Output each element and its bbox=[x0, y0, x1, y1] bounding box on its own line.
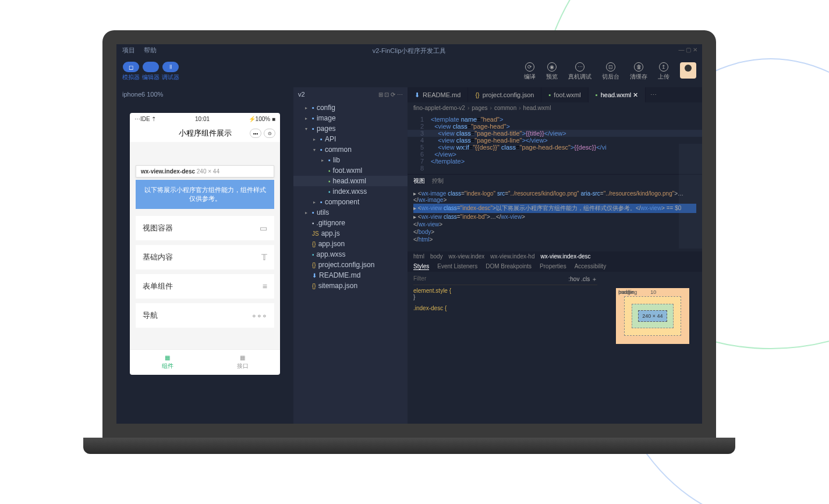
filter-input[interactable]: Filter bbox=[413, 275, 426, 283]
tree-item[interactable]: ▪index.wxss bbox=[293, 186, 408, 197]
tree-item[interactable]: ▸▪component bbox=[293, 197, 408, 207]
breadcrumb[interactable]: fino-applet-demo-v2›pages›common›head.wx… bbox=[408, 102, 702, 113]
dom-crumb[interactable]: body bbox=[430, 253, 443, 260]
dom-node[interactable]: ▸ <wx-image class="index-logo" src="../r… bbox=[413, 190, 696, 204]
toolbar-mode-button[interactable]: 编辑器 bbox=[142, 62, 160, 81]
dom-crumb[interactable]: wx-view.index bbox=[449, 253, 485, 260]
devtools-tab[interactable]: 控制 bbox=[432, 177, 444, 185]
toolbar: ◻模拟器编辑器⫴调试器 ⟳编译◉预览⋯真机调试⊡切后台🗑清缓存↥上传 bbox=[116, 56, 702, 87]
dom-crumb[interactable]: html bbox=[413, 253, 424, 260]
toolbar-mode-button[interactable]: ◻模拟器 bbox=[122, 62, 140, 81]
component-list-item[interactable]: 视图容器▭ bbox=[136, 216, 274, 240]
status-time: 10:01 bbox=[195, 116, 210, 122]
tree-item[interactable]: ▸▪config bbox=[293, 102, 408, 113]
dom-node[interactable]: </html> bbox=[413, 236, 696, 243]
page-title: 小程序组件展示 bbox=[179, 128, 232, 139]
tree-item[interactable]: ▸▪lib bbox=[293, 155, 408, 165]
menu-item[interactable]: 项目 bbox=[122, 46, 135, 55]
toolbar-action[interactable]: ⊡切后台 bbox=[602, 62, 619, 81]
window-title: v2-FinClip小程序开发工具 bbox=[370, 44, 449, 58]
explorer-actions[interactable]: ⊞ ⊡ ⟳ ⋯ bbox=[378, 91, 403, 98]
toolbar-action[interactable]: ↥上传 bbox=[658, 62, 669, 81]
file-explorer: v2 ⊞ ⊡ ⟳ ⋯ ▸▪config▸▪image▾▪pages▸▪API▾▪… bbox=[293, 87, 408, 424]
devtools-panel-tab[interactable]: Properties bbox=[540, 263, 566, 270]
minimap[interactable] bbox=[679, 144, 702, 249]
dom-node[interactable]: ▸ <wx-view class="index-desc">以下将展示小程序官方… bbox=[413, 204, 696, 213]
more-button[interactable]: ••• bbox=[250, 129, 261, 138]
tree-item[interactable]: {}project.config.json bbox=[293, 260, 408, 270]
status-left: ⋯IDE ⇡ bbox=[134, 116, 156, 122]
editor-area: ⬇README.md{}project.config.json▪foot.wxm… bbox=[408, 87, 702, 424]
tree-item[interactable]: ▸▪image bbox=[293, 113, 408, 123]
devtools-panel-tab[interactable]: DOM Breakpoints bbox=[486, 263, 532, 270]
tree-item[interactable]: {}app.json bbox=[293, 239, 408, 249]
styles-panel[interactable]: Filter :hov .cls ＋ element.style {}.inde… bbox=[408, 272, 603, 360]
editor-tab[interactable]: {}project.config.json bbox=[468, 87, 541, 102]
simulator-device-label: iphone6 100% bbox=[116, 87, 293, 101]
tree-item[interactable]: ▪head.wxml bbox=[293, 176, 408, 186]
window-controls[interactable]: — ▢ ✕ bbox=[678, 47, 697, 53]
toolbar-action[interactable]: ⟳编译 bbox=[524, 62, 536, 81]
dom-crumb[interactable]: wx-view.index-desc bbox=[540, 253, 590, 260]
filter-actions[interactable]: :hov .cls ＋ bbox=[569, 275, 597, 283]
tabbar-item[interactable]: ▦接口 bbox=[205, 350, 280, 375]
devtools-panel-tab[interactable]: Styles bbox=[413, 263, 429, 270]
code-editor[interactable]: 1<template name="head">2 <view class="pa… bbox=[408, 113, 702, 174]
devtools-panel-tab[interactable]: Event Listeners bbox=[437, 263, 477, 270]
explorer-root: v2 bbox=[298, 91, 305, 98]
devtools-panel-tab[interactable]: Accessibility bbox=[575, 263, 606, 270]
tree-item[interactable]: ▪.gitignore bbox=[293, 218, 408, 228]
dom-node[interactable]: </body> bbox=[413, 228, 696, 236]
toolbar-action[interactable]: ◉预览 bbox=[546, 62, 558, 81]
editor-tab[interactable]: ⬇README.md bbox=[408, 87, 468, 102]
dom-node[interactable]: ▸ <wx-view class="index-bd">…</wx-view> bbox=[413, 213, 696, 221]
editor-tab[interactable]: ▪foot.wxml bbox=[541, 87, 588, 102]
dom-node[interactable]: </wx-view> bbox=[413, 221, 696, 228]
tree-item[interactable]: ▾▪common bbox=[293, 144, 408, 155]
dom-breadcrumb[interactable]: htmlbodywx-view.indexwx-view.index-hdwx-… bbox=[408, 251, 702, 261]
dom-crumb[interactable]: wx-view.index-hd bbox=[490, 253, 534, 260]
component-list-item[interactable]: 表单组件≡ bbox=[136, 274, 274, 299]
tabbar-item[interactable]: ▦组件 bbox=[130, 350, 205, 375]
tree-item[interactable]: {}sitemap.json bbox=[293, 281, 408, 291]
toolbar-mode-button[interactable]: ⫴调试器 bbox=[162, 62, 179, 81]
menu-item[interactable]: 帮助 bbox=[144, 46, 157, 55]
highlighted-element: 以下将展示小程序官方组件能力，组件样式仅供参考。 bbox=[136, 180, 274, 209]
dom-tree[interactable]: ▸ <wx-image class="index-logo" src="../r… bbox=[408, 187, 702, 251]
toolbar-action[interactable]: 🗑清缓存 bbox=[630, 62, 647, 81]
tree-item[interactable]: ▸▪utils bbox=[293, 207, 408, 218]
toolbar-action[interactable]: ⋯真机调试 bbox=[568, 62, 591, 81]
tree-item[interactable]: ▪app.wxss bbox=[293, 249, 408, 260]
close-button[interactable]: ⊙ bbox=[264, 129, 275, 138]
status-battery: ⚡100% ■ bbox=[249, 116, 275, 122]
phone-preview: ⋯IDE ⇡ 10:01 ⚡100% ■ 小程序组件展示 ••• ⊙ wx-vi… bbox=[130, 113, 280, 375]
devtools-tab[interactable]: 视图 bbox=[413, 177, 425, 185]
tree-item[interactable]: ▸▪API bbox=[293, 134, 408, 144]
simulator-panel: iphone6 100% ⋯IDE ⇡ 10:01 ⚡100% ■ 小程序组件展… bbox=[116, 87, 293, 424]
box-model: margin 10 border padding 240 × 44 bbox=[603, 272, 702, 360]
inspector-tooltip: wx-view.index-desc 240 × 44 bbox=[136, 165, 274, 178]
tree-item[interactable]: ⬇README.md bbox=[293, 270, 408, 281]
laptop-frame: 项目帮助 v2-FinClip小程序开发工具 — ▢ ✕ ◻模拟器编辑器⫴调试器… bbox=[102, 30, 716, 449]
component-list-item[interactable]: 导航∘∘∘ bbox=[136, 303, 274, 328]
tree-item[interactable]: ▪foot.wxml bbox=[293, 165, 408, 176]
tree-item[interactable]: JSapp.js bbox=[293, 228, 408, 239]
tab-overflow[interactable]: ⋯ bbox=[646, 91, 661, 99]
component-list-item[interactable]: 基础内容𝕋 bbox=[136, 245, 274, 269]
devtools: 视图控制 ▸ <wx-image class="index-logo" src=… bbox=[408, 174, 702, 360]
avatar[interactable] bbox=[680, 62, 696, 79]
editor-tab[interactable]: ▪head.wxml ✕ bbox=[589, 87, 646, 102]
tree-item[interactable]: ▾▪pages bbox=[293, 123, 408, 134]
